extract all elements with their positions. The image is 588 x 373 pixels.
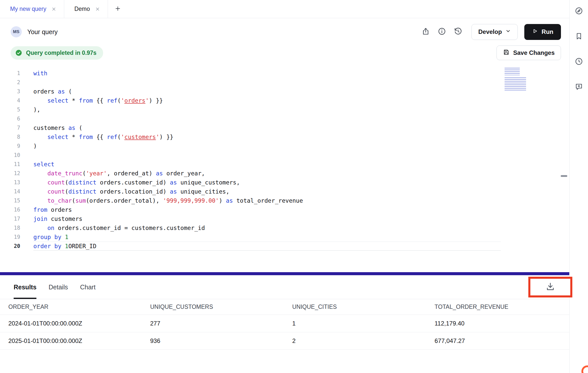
code-line[interactable]: 13 count(distinct orders.customer_id) as… [0, 178, 569, 187]
main-panel: My new query Demo MS Your query [0, 0, 570, 373]
history-icon [454, 27, 462, 37]
code-line[interactable]: 15 to_char(sum(orders.order_total), '999… [0, 196, 569, 205]
code-line[interactable]: 19group by 1 [0, 232, 569, 242]
line-number: 5 [0, 105, 20, 114]
tab-bar: My new query Demo [0, 0, 569, 18]
line-number: 13 [0, 178, 20, 187]
line-number: 18 [0, 223, 20, 232]
code-line[interactable]: 12 date_trunc('year', ordered_at) as ord… [0, 169, 569, 178]
column-header: TOTAL_ORDER_REVENUE [426, 304, 569, 310]
code-line[interactable]: 17join customers [0, 214, 569, 223]
code-text: select * from {{ ref('orders') }} [33, 96, 163, 105]
tab-demo[interactable]: Demo [64, 0, 108, 18]
code-line[interactable]: 9) [0, 142, 569, 151]
check-icon [15, 49, 22, 56]
line-number: 9 [0, 142, 20, 151]
line-number: 4 [0, 96, 20, 105]
close-icon[interactable] [51, 7, 56, 12]
code-line[interactable]: 4 select * from {{ ref('orders') }} [0, 96, 569, 105]
query-history-button[interactable] [452, 26, 464, 38]
annotation-highlight-box [528, 277, 572, 297]
info-icon [438, 27, 446, 37]
table-cell: 2025-01-01T00:00:00.000Z [0, 337, 142, 344]
code-text: group by 1 [33, 232, 69, 242]
code-line[interactable]: 8 select * from {{ ref('customers') }} [0, 132, 569, 142]
compass-button[interactable] [574, 6, 584, 16]
develop-button[interactable]: Develop [471, 24, 518, 40]
results-table-body: 2024-01-01T00:00:00.000Z2771112,179.4020… [0, 315, 569, 350]
tab-results[interactable]: Results [14, 275, 36, 299]
tab-my-new-query[interactable]: My new query [0, 0, 64, 18]
line-number: 12 [0, 169, 20, 178]
tab-details[interactable]: Details [49, 275, 68, 299]
line-number: 10 [0, 151, 20, 160]
panel-divider[interactable] [0, 272, 569, 275]
save-changes-label: Save Changes [513, 49, 555, 56]
code-line[interactable]: 11select [0, 160, 569, 169]
line-number: 19 [0, 232, 20, 242]
minimap-block [505, 68, 520, 75]
code-line[interactable]: 3orders as ( [0, 87, 569, 96]
code-text: ), [33, 105, 40, 114]
column-header: ORDER_YEAR [0, 304, 142, 310]
feedback-button[interactable] [574, 82, 584, 92]
table-row[interactable]: 2024-01-01T00:00:00.000Z2771112,179.40 [0, 315, 569, 332]
run-button[interactable]: Run [524, 24, 561, 40]
chat-plus-icon [575, 82, 583, 92]
code-text: to_char(sum(orders.order_total), '999,99… [33, 196, 303, 205]
table-cell: 2024-01-01T00:00:00.000Z [0, 320, 142, 327]
info-button[interactable] [436, 26, 448, 38]
code-line[interactable]: 2 [0, 78, 569, 87]
close-icon[interactable] [95, 7, 100, 12]
editor-minimap[interactable] [505, 68, 531, 92]
status-row: Query completed in 0.97s Save Changes [0, 45, 569, 60]
line-number: 11 [0, 160, 20, 169]
line-number: 20 [0, 242, 20, 251]
clock-icon [575, 57, 583, 67]
code-text: count(distinct orders.location_id) as un… [33, 187, 230, 196]
bookmark-icon [575, 32, 583, 41]
code-line[interactable]: 7customers as ( [0, 123, 569, 132]
query-header: MS Your query Develop [0, 18, 569, 45]
table-cell: 277 [142, 320, 284, 327]
code-text: join customers [33, 214, 82, 223]
table-row[interactable]: 2025-01-01T00:00:00.000Z9362677,047.27 [0, 332, 569, 350]
save-changes-button[interactable]: Save Changes [496, 45, 561, 60]
download-button[interactable] [543, 279, 558, 295]
code-line[interactable]: 16from orders [0, 205, 569, 214]
tab-chart[interactable]: Chart [80, 275, 96, 299]
scrollbar-thumb[interactable] [561, 175, 567, 177]
clock-button[interactable] [574, 57, 584, 67]
code-line[interactable]: 1with [0, 69, 569, 78]
status-badge: Query completed in 0.97s [11, 46, 103, 60]
table-cell: 1 [284, 320, 426, 327]
column-header: UNIQUE_CUSTOMERS [142, 304, 284, 310]
share-icon [421, 27, 430, 37]
code-lines: 1with23orders as (4 select * from {{ ref… [0, 69, 569, 251]
sql-editor[interactable]: 1with23orders as (4 select * from {{ ref… [0, 60, 569, 272]
tab-label: My new query [10, 6, 46, 12]
status-text: Query completed in 0.97s [26, 50, 97, 56]
table-cell: 112,179.40 [426, 320, 569, 327]
minimap-block [505, 77, 526, 91]
code-text: customers as ( [33, 123, 82, 132]
page-title: Your query [27, 28, 58, 36]
app-window: My new query Demo MS Your query [0, 0, 588, 373]
add-tab-button[interactable] [108, 0, 128, 18]
code-line[interactable]: 6 [0, 114, 569, 123]
share-button[interactable] [420, 26, 432, 38]
results-toolbar: Results Details Chart [0, 275, 569, 299]
code-line[interactable]: 18 on orders.customer_id = customers.cus… [0, 223, 569, 232]
code-text: count(distinct orders.customer_id) as un… [33, 178, 240, 187]
develop-label: Develop [478, 28, 502, 35]
line-number: 15 [0, 196, 20, 205]
bookmark-button[interactable] [574, 32, 584, 42]
code-line[interactable]: 14 count(distinct orders.location_id) as… [0, 187, 569, 196]
code-text: orders as ( [33, 87, 72, 96]
code-line[interactable]: 5), [0, 105, 569, 114]
code-text: select [33, 160, 54, 169]
results-table-header: ORDER_YEARUNIQUE_CUSTOMERSUNIQUE_CITIEST… [0, 299, 569, 315]
code-line[interactable]: 20order by 1ORDER_ID [0, 242, 569, 251]
code-line[interactable]: 10 [0, 151, 569, 160]
right-rail [570, 0, 588, 373]
